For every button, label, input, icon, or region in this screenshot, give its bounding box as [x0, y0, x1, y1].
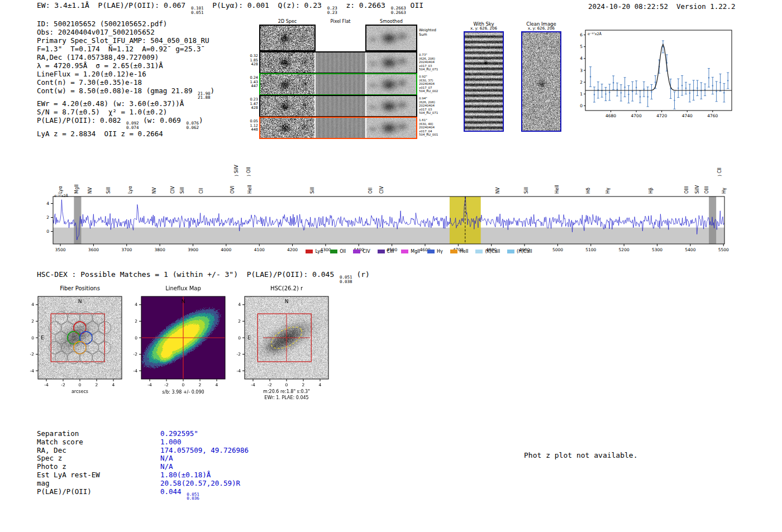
data-point: [647, 96, 648, 97]
emission-line-label: HeII: [555, 185, 560, 194]
data-point: [636, 87, 637, 88]
data-point: [624, 87, 625, 88]
info-line: Primary Spec_Slot_IFU_AMP: 504_050_018_R…: [37, 37, 214, 45]
uncertainty-bounds: 0.26630.2663: [391, 6, 406, 15]
hsc-r-caption: m:20.6 re:1.8" s:0.3": [239, 389, 334, 394]
row-metric: 448: [245, 128, 258, 132]
row-annotation: 20240404: [419, 82, 445, 86]
spec2d-smoothed-strip: [366, 96, 416, 116]
spec2d-pixelflat-strip: [316, 74, 365, 94]
spec2d-row-left-labels: 0.231.47428: [245, 98, 258, 111]
masked-band: [74, 196, 81, 244]
row-annotation: 0.92": [419, 75, 445, 79]
y-tick-label: 2: [580, 80, 583, 85]
row-annotation: 20240404: [419, 126, 445, 130]
y-tick-label: 5: [580, 44, 583, 49]
elixer-report-page: EW: 3.4±1.1Å P(LAE)/P(OII): 0.067 0.1010…: [0, 0, 782, 532]
fiber-circle: [61, 342, 74, 354]
legend-swatch: [353, 250, 360, 253]
x-tick-label: 2: [302, 382, 305, 387]
match-table-row: P(LAE)/P(OII)0.044 0.0510.036: [37, 488, 249, 501]
legend-item: (H)CaII: [507, 249, 532, 254]
data-point: [590, 76, 591, 77]
data-point: [621, 92, 622, 93]
hscdex-match-header: HSC-DEX : Possible Matches = 1 (within +…: [37, 270, 370, 284]
info-line: S/N = 8.7(±0.5) χ² = 1.0(±0.2): [37, 108, 214, 117]
x-tick-label: 0: [79, 382, 82, 387]
ifu-footprint-box: [51, 314, 104, 362]
emission-line-label: ⟩ OII: [246, 167, 251, 176]
row-annotation: (626, 206): [419, 100, 445, 104]
uncertainty-bounds: 0.0510.036: [187, 492, 199, 501]
col-header-smoothed: Smoothed: [366, 19, 416, 24]
info-line: LineFlux = 1.20(±0.12)e-16: [37, 70, 214, 79]
data-point: [632, 90, 633, 92]
highlighted-fiber-circle: [74, 342, 86, 354]
row-annotation: (630, 37): [419, 79, 445, 83]
data-point: [681, 85, 683, 86]
compass-north-label: N: [182, 299, 185, 304]
lineflux-map-caption: s/b: 3.98 +/- 0.090: [136, 390, 231, 395]
spec2d-smoothed-strip: [366, 118, 416, 138]
error-band: [53, 228, 724, 244]
legend-item: MgII: [401, 249, 420, 254]
info-line: λ = 4720.95Å σ = 2.65(±0.31)Å: [37, 62, 214, 70]
data-point: [651, 91, 652, 92]
emission-line-label: ⟩ CII: [717, 167, 722, 176]
data-point: [712, 85, 713, 86]
match-table-row: Separation0.292595": [37, 430, 249, 438]
spec2d-pixelflat-strip: [316, 118, 365, 138]
row-annotation: 0.73": [419, 53, 445, 57]
match-field-label: Est LyA rest-EW: [37, 471, 160, 480]
match-table-row: Spec zN/A: [37, 454, 249, 463]
x-tick-label: 4: [112, 382, 115, 387]
col-header-pixelflat: Pixel Flat: [316, 19, 365, 24]
match-field-label: Match score: [37, 438, 160, 447]
x-tick-label: 4: [216, 382, 218, 387]
row-annotation: v017_03: [419, 108, 445, 112]
legend-label: (H)CaII: [517, 249, 532, 254]
x-tick-label: -2: [61, 382, 65, 387]
data-point: [708, 77, 709, 78]
info-line: ID: 5002105652 (5002105652.pdf): [37, 20, 214, 28]
legend-label: CIV: [363, 249, 370, 254]
match-field-value: 1.000: [160, 438, 182, 446]
x-tick-label: 3500: [55, 247, 66, 251]
emission-line-label: CIV: [379, 186, 384, 194]
legend-swatch: [330, 250, 337, 253]
legend-item: Hγ: [427, 249, 443, 254]
row-annotation: 504_RU_002: [419, 89, 445, 93]
hsc-r-caption2: EWr: 1. PLAE: 0.045: [239, 395, 334, 400]
withsky-coords: x, y: 626, 206: [458, 26, 509, 31]
data-point: [716, 91, 717, 92]
info-line: Cont(w) = 8.50(±0.08)e-18 (gmag 21.89 21…: [37, 87, 214, 100]
info-line: LyA z = 2.8834 OII z = 0.2664: [37, 130, 214, 138]
emission-line-label: Lyα: [128, 186, 133, 194]
emission-line-label: Lyα: [58, 186, 63, 194]
info-line: RA,Dec (174.057388,49.727009): [37, 54, 214, 62]
clean-image: [522, 32, 560, 131]
data-point: [685, 88, 686, 89]
legend-label: (K)CaII: [485, 249, 500, 254]
row-annotation: (630, 48): [419, 122, 445, 126]
y-tick-label: -4: [237, 368, 241, 373]
y-tick-label: -4: [133, 368, 138, 373]
emission-line-label: CII: [199, 188, 204, 194]
match-field-value: 1.80(±0.18)Å: [160, 471, 211, 479]
info-line: F=1.3" T=0.174 N̄=1.12 A=0.92̄ g=25.3̄: [37, 45, 214, 54]
match-field-label: P(LAE)/P(OII): [37, 488, 160, 496]
match-field-value: N/A: [160, 462, 173, 471]
row-metric: 447: [245, 84, 258, 89]
row-annotation: 504_RU_071: [419, 111, 445, 115]
legend-label: CIII: [387, 249, 394, 254]
match-field-value: 174.057509, 49.726986: [160, 446, 249, 454]
legend-swatch: [427, 250, 435, 253]
x-tick-label: -2: [164, 382, 169, 387]
y-tick-label: -2: [30, 352, 35, 357]
match-table-row: RA, Dec174.057509, 49.726986: [37, 447, 249, 455]
spec2d-2d-strip: [260, 118, 314, 138]
fiber-positions-xlabel: arcsecs: [32, 389, 127, 394]
uncertainty-bounds: 0.0920.074: [126, 121, 139, 130]
emission-line-label: NV: [88, 187, 93, 194]
y-tick-label: 0: [46, 229, 49, 234]
